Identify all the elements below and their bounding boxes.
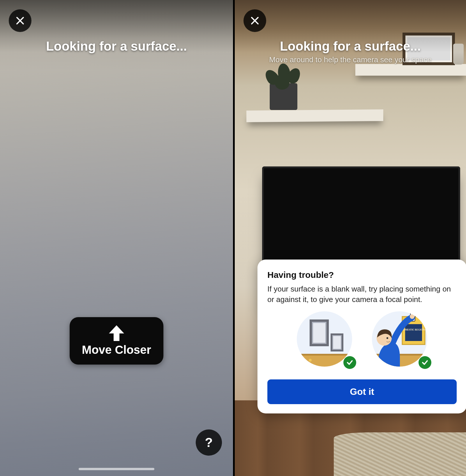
got-it-button[interactable]: Got it — [267, 379, 457, 404]
move-closer-coachmark: Move Closer — [70, 317, 163, 365]
svg-point-18 — [410, 314, 414, 319]
ar-screen-room-with-help: Looking for a surface... Move around to … — [233, 0, 466, 476]
wall-shelf-lower — [246, 109, 383, 122]
close-icon — [250, 16, 259, 25]
svg-text:DOMESTIC REGIONS: DOMESTIC REGIONS — [402, 328, 426, 331]
rug — [334, 432, 466, 476]
ar-screen-blank-wall: Looking for a surface... Move Closer ? — [0, 0, 233, 476]
move-closer-label: Move Closer — [82, 343, 151, 356]
home-indicator[interactable] — [79, 468, 154, 470]
check-icon — [419, 356, 431, 369]
top-vignette — [0, 0, 233, 476]
close-icon — [16, 16, 24, 25]
svg-rect-13 — [405, 324, 422, 341]
arrow-up-icon — [107, 325, 126, 342]
close-button[interactable] — [243, 9, 266, 32]
question-mark-icon: ? — [205, 435, 213, 450]
status-subtitle: Move around to help the camera see your … — [235, 55, 466, 64]
close-button[interactable] — [9, 9, 31, 32]
svg-rect-1 — [297, 354, 352, 356]
help-illustration-frames — [291, 312, 358, 371]
help-card-heading: Having trouble? — [267, 270, 457, 280]
wall-shelf-upper — [355, 64, 466, 76]
check-icon — [343, 356, 356, 369]
got-it-label: Got it — [350, 386, 374, 397]
svg-point-2 — [309, 359, 312, 362]
svg-point-17 — [386, 337, 388, 339]
help-illustration-person: DOMESTIC REGIONS — [366, 312, 433, 371]
help-card-body: If your surface is a blank wall, try pla… — [267, 284, 457, 305]
svg-rect-8 — [333, 336, 341, 349]
status-title: Looking for a surface... — [235, 39, 466, 54]
help-illustrations: DOMESTIC REGIONS — [267, 312, 457, 371]
help-card: Having trouble? If your surface is a bla… — [257, 260, 466, 413]
status-title: Looking for a surface... — [0, 39, 233, 54]
help-button[interactable]: ? — [196, 429, 222, 456]
svg-rect-5 — [313, 323, 325, 343]
